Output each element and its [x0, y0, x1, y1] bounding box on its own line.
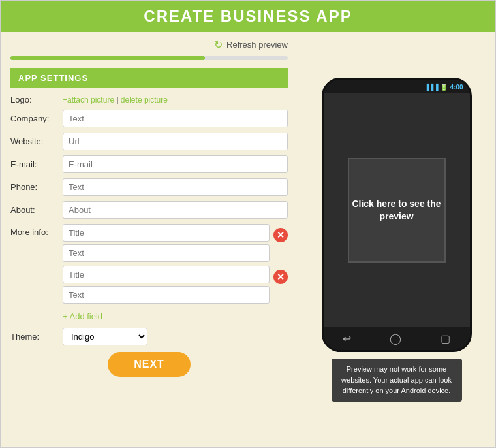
more-info-inputs-1 — [63, 224, 270, 262]
website-group: Website: — [10, 133, 288, 150]
add-field-link[interactable]: + Add field — [63, 312, 102, 321]
phone-wrapper: ▐▐▐ 🔋 4:00 Click here to see the preview — [322, 78, 472, 352]
about-group: About: — [10, 201, 288, 219]
phone-label: Phone: — [10, 182, 63, 192]
more-info-group-1: ✕ — [63, 224, 288, 262]
more-info-section: More info: ✕ — [10, 224, 288, 308]
website-label: Website: — [10, 136, 63, 146]
page-body: ↻ Refresh preview APP SETTINGS Logo: +at… — [1, 32, 495, 447]
email-group: E-mail: — [10, 155, 288, 173]
email-label: E-mail: — [10, 159, 63, 169]
logo-group: Logo: +attach picture | delete picture — [10, 95, 288, 104]
phone-time: 4:00 — [450, 84, 463, 91]
left-panel: ↻ Refresh preview APP SETTINGS Logo: +at… — [1, 32, 298, 447]
more-info-text-1[interactable] — [63, 244, 270, 262]
signal-icon: ▐▐▐ — [424, 84, 438, 91]
more-info-fields: ✕ ✕ — [63, 224, 288, 308]
phone-bottom-bar: ↩ ◯ ▢ — [324, 327, 470, 350]
delete-picture-link[interactable]: delete picture — [121, 95, 168, 104]
phone-group: Phone: — [10, 178, 288, 196]
refresh-label[interactable]: Refresh preview — [226, 40, 288, 50]
company-input[interactable] — [63, 110, 288, 127]
phone-home-icon[interactable]: ◯ — [390, 332, 401, 345]
phone-input[interactable] — [63, 178, 288, 196]
refresh-icon[interactable]: ↻ — [214, 39, 223, 51]
website-input[interactable] — [63, 133, 288, 150]
progress-bar-fill — [10, 56, 205, 60]
delete-group-2-button[interactable]: ✕ — [273, 270, 288, 284]
phone-device: ▐▐▐ 🔋 4:00 Click here to see the preview — [322, 78, 472, 352]
phone-apps-icon[interactable]: ▢ — [441, 332, 450, 345]
phone-screen[interactable]: Click here to see the preview — [324, 93, 470, 327]
about-label: About: — [10, 205, 63, 215]
logo-actions: +attach picture | delete picture — [63, 95, 288, 104]
page-wrapper: CREATE BUSINESS APP ↻ Refresh preview AP… — [0, 0, 496, 448]
more-info-label: More info: — [10, 224, 63, 237]
phone-preview-text: Click here to see the preview — [349, 198, 444, 223]
page-header: CREATE BUSINESS APP — [1, 1, 495, 32]
warning-box: Preview may not work for some websites. … — [332, 359, 462, 402]
page-title: CREATE BUSINESS APP — [144, 7, 352, 25]
more-info-inputs-2 — [63, 266, 270, 304]
company-label: Company: — [10, 114, 63, 123]
battery-icon: 🔋 — [440, 84, 448, 91]
more-info-text-2[interactable] — [63, 286, 270, 304]
more-info-title-1[interactable] — [63, 224, 270, 242]
theme-select[interactable]: Indigo Blue Green Red Purple — [63, 328, 147, 345]
phone-top-bar: ▐▐▐ 🔋 4:00 — [324, 80, 470, 93]
phone-preview-box[interactable]: Click here to see the preview — [348, 158, 446, 263]
warning-text: Preview may not work for some websites. … — [341, 365, 452, 394]
right-panel: ▐▐▐ 🔋 4:00 Click here to see the preview — [298, 32, 495, 447]
more-info-title-2[interactable] — [63, 266, 270, 283]
delete-group-1-button[interactable]: ✕ — [273, 228, 288, 242]
phone-back-icon[interactable]: ↩ — [343, 332, 351, 345]
about-input[interactable] — [63, 201, 288, 219]
progress-bar — [10, 56, 288, 60]
company-group: Company: — [10, 110, 288, 127]
email-input[interactable] — [63, 155, 288, 173]
phone-status: ▐▐▐ 🔋 4:00 — [424, 84, 463, 91]
more-info-header: More info: ✕ — [10, 224, 288, 308]
theme-group: Theme: Indigo Blue Green Red Purple — [10, 328, 288, 345]
more-info-group-2: ✕ — [63, 266, 288, 304]
section-header: APP SETTINGS — [10, 68, 288, 88]
refresh-bar: ↻ Refresh preview — [10, 39, 288, 51]
next-button[interactable]: NEXT — [108, 352, 191, 377]
logo-label: Logo: — [10, 95, 63, 104]
attach-picture-link[interactable]: +attach picture — [63, 95, 114, 104]
theme-label: Theme: — [10, 332, 63, 342]
